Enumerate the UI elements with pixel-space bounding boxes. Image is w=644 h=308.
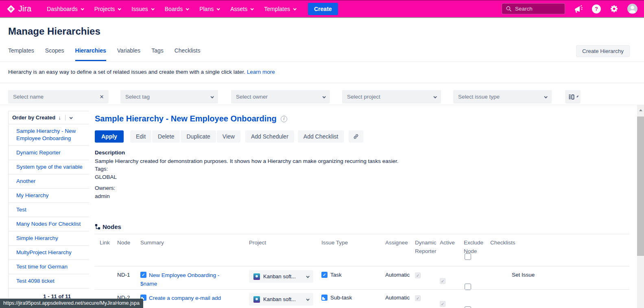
order-by-header[interactable]: Order by Created ↓ (9, 111, 89, 124)
column-link: Link (100, 238, 110, 247)
list-item-test-time-german[interactable]: Test time for German (9, 260, 89, 274)
list-item-sample-hierarchy[interactable]: Sample Hierarchy - New Employee Onboardi… (9, 124, 89, 146)
filter-select-name[interactable]: × (8, 90, 109, 103)
chevron-down-icon (118, 7, 121, 10)
edit-button[interactable]: Edit (130, 130, 151, 143)
list-item-my-hierarchy[interactable]: My Hierarchy (9, 189, 89, 203)
list-item-many-nodes[interactable]: Many Nodes For Checklist (9, 217, 89, 231)
dynamic-reporter-checkbox (415, 295, 421, 301)
clear-name-icon[interactable]: × (100, 93, 104, 100)
filter-select-issue-type[interactable]: Select issue type (453, 90, 552, 103)
dynamic-reporter-checkbox (415, 273, 421, 278)
tab-checklists[interactable]: Checklists (175, 47, 201, 61)
duplicate-button[interactable]: Duplicate (181, 130, 216, 143)
divider (0, 105, 644, 105)
tab-tags[interactable]: Tags (151, 47, 164, 61)
chevron-down-icon (210, 95, 214, 98)
scrollbar-thumb[interactable] (637, 117, 644, 256)
create-button[interactable]: Create (308, 3, 338, 15)
copy-link-button[interactable] (349, 130, 363, 143)
exclude-all-checkbox[interactable] (465, 253, 471, 260)
hierarchy-title: Sample Hierarchy - New Employee Onboardi… (95, 114, 277, 123)
assignee-cell: Automatic (385, 295, 410, 301)
list-item-dynamic-reporter[interactable]: Dynamic Reporter (9, 146, 89, 160)
summary-cell: Create a company e-mail add (140, 294, 227, 302)
node-row-nd2: ND-2 Create a company e-mail add Kanban … (95, 289, 629, 308)
nav-issues[interactable]: Issues (131, 6, 153, 12)
chevron-down-icon (306, 297, 309, 301)
column-exclude-node: Exclude Node (464, 238, 487, 255)
owners-value: admin (95, 192, 620, 200)
nav-plans[interactable]: Plans (199, 6, 219, 12)
exclude-node-checkbox[interactable] (465, 306, 471, 308)
node-key-link[interactable]: ND-1 (117, 272, 130, 278)
summary-cell: New Employee Onboarding - $name (140, 271, 227, 288)
action-bar: Apply Edit Delete Duplicate View Add Sch… (95, 130, 620, 143)
scroll-up-arrow-icon[interactable] (639, 109, 642, 111)
sort-desc-icon[interactable]: ↓ (58, 114, 61, 121)
column-summary: Summary (140, 238, 227, 247)
intro-text: Hierarchy is an easy way to define a set… (8, 69, 275, 75)
task-icon (140, 272, 146, 278)
active-checkbox (440, 301, 445, 307)
view-toggle-button[interactable] (565, 90, 581, 103)
vertical-scrollbar[interactable] (637, 105, 644, 308)
list-item-another[interactable]: Another (9, 174, 89, 189)
status-url-tooltip: https://jira95post.appsdelivered.net/sec… (0, 299, 143, 308)
owners-label: Owners: (95, 184, 620, 192)
search-input[interactable] (515, 6, 560, 12)
chevron-down-icon[interactable] (69, 116, 72, 119)
nav-templates[interactable]: Templates (264, 6, 296, 12)
user-avatar[interactable] (627, 4, 637, 14)
announcements-icon[interactable] (574, 4, 583, 14)
nodes-table-header: Link Node Summary Project Issue Type Ass… (95, 234, 629, 266)
list-item-simple-hierarchy[interactable]: Simple Hierarchy (9, 231, 89, 246)
description-label: Description (95, 150, 620, 156)
list-item-system-type[interactable]: System type of the variable (9, 160, 89, 174)
project-select[interactable]: Kanban soft... (249, 293, 313, 306)
add-scheduler-button[interactable]: Add Scheduler (245, 130, 294, 143)
node-summary-link[interactable]: New Employee Onboarding - $name (140, 272, 219, 287)
select-name-input[interactable] (13, 94, 100, 100)
filter-select-project[interactable]: Select project (342, 90, 441, 103)
tab-variables[interactable]: Variables (117, 47, 140, 61)
info-icon[interactable]: i (281, 116, 287, 122)
tab-hierarchies[interactable]: Hierarchies (75, 47, 106, 61)
chevron-down-icon (251, 7, 254, 10)
nav-dashboards[interactable]: Dashboards (47, 6, 83, 12)
layout-view-icon (568, 94, 574, 100)
subtask-icon (321, 295, 327, 301)
list-item-test[interactable]: Test (9, 203, 89, 217)
filter-select-tag[interactable]: Select tag (120, 90, 218, 103)
add-checklist-button[interactable]: Add Checklist (298, 130, 344, 143)
column-active: Active (440, 238, 460, 247)
hierarchy-detail-panel: Sample Hierarchy - New Employee Onboardi… (95, 114, 620, 200)
nav-assets[interactable]: Assets (230, 6, 253, 12)
list-item-multyproject[interactable]: MultyProject Hierarchy (9, 246, 89, 260)
learn-more-link[interactable]: Learn more (247, 69, 275, 75)
filter-select-owner[interactable]: Select owner (231, 90, 330, 103)
brand-label: Jira (18, 4, 31, 13)
set-issue-link[interactable]: Set Issue (512, 272, 535, 278)
tab-scopes[interactable]: Scopes (45, 47, 64, 61)
global-search[interactable] (502, 3, 565, 14)
tab-templates[interactable]: Templates (8, 47, 34, 61)
settings-gear-icon[interactable] (609, 4, 619, 13)
column-assignee: Assignee (385, 238, 408, 247)
view-button[interactable]: View (217, 130, 240, 143)
jira-brand[interactable]: Jira (7, 4, 31, 13)
help-icon[interactable]: ? (592, 4, 601, 13)
pagination-label: 1 - 11 of 11 (9, 288, 89, 299)
nodes-section: Nodes Link Node Summary Project Issue Ty… (95, 220, 629, 308)
column-checklists: Checklists (490, 238, 535, 247)
list-item-test-4098[interactable]: Test 4098 ticket (9, 274, 89, 288)
chevron-down-icon (306, 275, 309, 278)
project-select[interactable]: Kanban soft... (249, 270, 313, 283)
create-hierarchy-button[interactable]: Create Hierarchy (576, 45, 630, 57)
node-summary-link[interactable]: Create a company e-mail add (149, 295, 221, 301)
tab-bar: Templates Scopes Hierarchies Variables T… (8, 47, 201, 61)
delete-button[interactable]: Delete (152, 130, 180, 143)
apply-button[interactable]: Apply (95, 130, 124, 143)
nav-projects[interactable]: Projects (94, 6, 121, 12)
nav-boards[interactable]: Boards (165, 6, 188, 12)
